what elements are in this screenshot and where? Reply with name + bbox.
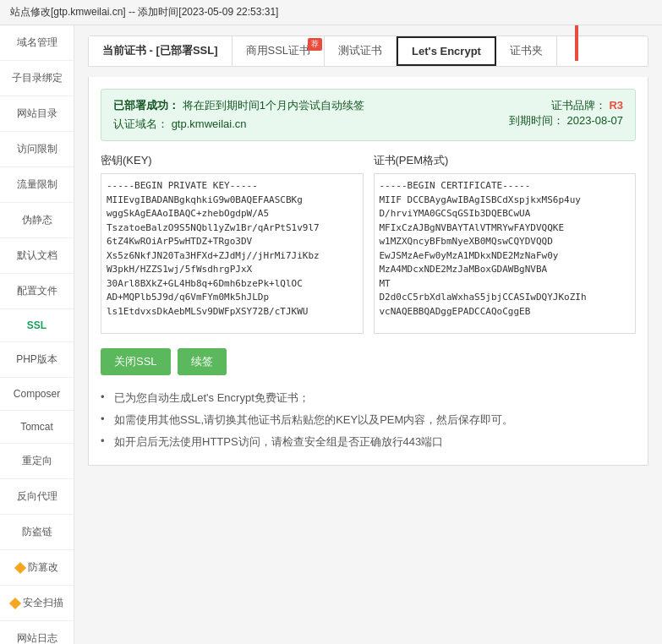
sidebar-item-tomcat[interactable]: Tomcat: [0, 411, 74, 444]
sidebar-item-default-doc[interactable]: 默认文档: [0, 238, 74, 274]
sidebar-label-pseudo: 伪静态: [22, 213, 52, 227]
cert-textarea[interactable]: [374, 173, 637, 334]
sidebar-item-website-log[interactable]: 网站日志: [0, 621, 74, 644]
ssl-domain-label: 认证域名：: [113, 117, 168, 130]
ssl-brand-label: 证书品牌：: [551, 99, 606, 112]
ssl-domain-value: gtp.kmweilai.cn: [172, 117, 247, 130]
diamond-icon-security: [8, 597, 20, 609]
ssl-status-text: 将在距到期时间1个月内尝试自动续签: [183, 99, 364, 112]
close-ssl-button[interactable]: 关闭SSL: [101, 348, 171, 375]
ssl-expiry-line: 到期时间： 2023-08-07: [509, 113, 623, 128]
tab-current-cert[interactable]: 当前证书 - [已部署SSL]: [89, 36, 233, 66]
tab-label-test-cert: 测试证书: [338, 44, 382, 57]
sidebar-label-website-log: 网站日志: [17, 631, 57, 644]
ssl-content-panel: 已部署成功： 将在距到期时间1个月内尝试自动续签 认证域名： gtp.kmwei…: [88, 77, 648, 466]
sidebar-item-proxy[interactable]: 反向代理: [0, 479, 74, 515]
sidebar-label-redirect: 重定向: [22, 454, 52, 468]
cert-section: 证书(PEM格式): [374, 153, 637, 336]
tabs-wrapper: 当前证书 - [已部署SSL] 商用SSL证书 荐 测试证书 Let's Enc…: [88, 35, 648, 67]
sidebar-label-proxy: 反向代理: [17, 489, 57, 504]
sidebar-label-hotlink: 防盗链: [22, 525, 52, 539]
sidebar: 域名管理 子目录绑定 网站目录 访问限制 流量限制 伪静态 默认文档 配置文件 …: [0, 25, 74, 644]
ssl-brand-line: 证书品牌： R3: [509, 98, 623, 113]
sidebar-label-config: 配置文件: [17, 284, 57, 298]
ssl-expiry-label: 到期时间：: [509, 114, 564, 127]
tab-label-current-cert: 当前证书 - [已部署SSL]: [102, 44, 218, 57]
renew-button[interactable]: 续签: [178, 348, 227, 375]
sidebar-label-domain: 域名管理: [17, 35, 57, 50]
ssl-info-right: 证书品牌： R3 到期时间： 2023-08-07: [509, 98, 623, 128]
sidebar-label-default-doc: 默认文档: [17, 248, 57, 263]
sidebar-item-antitamper[interactable]: 防篡改: [0, 550, 74, 586]
notes-list: 已为您自动生成Let's Encrypt免费证书； 如需使用其他SSL,请切换其…: [101, 387, 636, 453]
sidebar-item-access[interactable]: 访问限制: [0, 132, 74, 167]
sidebar-label-security-scan: 安全扫描: [23, 596, 63, 610]
sidebar-label-tomcat: Tomcat: [20, 421, 53, 433]
key-textarea[interactable]: [101, 173, 364, 334]
tab-label-cert-folder: 证书夹: [510, 44, 543, 57]
key-section-label: 密钥(KEY): [101, 153, 364, 168]
tab-test-cert[interactable]: 测试证书: [325, 36, 397, 66]
sidebar-item-flow[interactable]: 流量限制: [0, 167, 74, 203]
action-buttons: 关闭SSL 续签: [101, 348, 636, 375]
tab-commercial-ssl[interactable]: 商用SSL证书 荐: [233, 36, 326, 66]
sidebar-label-php: PHP版本: [16, 352, 57, 367]
ssl-domain-line: 认证域名： gtp.kmweilai.cn: [113, 117, 509, 132]
sidebar-item-website[interactable]: 网站目录: [0, 96, 74, 132]
sidebar-label-antitamper: 防篡改: [28, 560, 58, 575]
key-cert-container: 密钥(KEY) 证书(PEM格式): [101, 153, 636, 336]
sidebar-item-pseudo[interactable]: 伪静态: [0, 203, 74, 238]
sidebar-item-subdomain[interactable]: 子目录绑定: [0, 61, 74, 96]
ssl-status-line: 已部署成功： 将在距到期时间1个月内尝试自动续签: [113, 98, 509, 113]
ssl-info-left: 已部署成功： 将在距到期时间1个月内尝试自动续签 认证域名： gtp.kmwei…: [113, 98, 509, 132]
sidebar-item-hotlink[interactable]: 防盗链: [0, 515, 74, 550]
tab-label-lets-encrypt: Let's Encrypt: [412, 45, 481, 57]
title-text: 站点修改[gtp.kmweilai.cn] -- 添加时间[2023-05-09…: [10, 6, 278, 18]
ssl-expiry-value: 2023-08-07: [567, 114, 624, 127]
sidebar-item-composer[interactable]: Composer: [0, 378, 74, 411]
commercial-ssl-badge: 荐: [308, 38, 322, 51]
tab-cert-folder[interactable]: 证书夹: [496, 36, 557, 66]
diamond-icon-antitamper: [14, 561, 25, 573]
cert-section-label: 证书(PEM格式): [374, 153, 637, 168]
sidebar-item-security-scan[interactable]: 安全扫描: [0, 586, 74, 621]
sidebar-label-ssl: SSL: [27, 319, 47, 331]
ssl-brand-value: R3: [609, 99, 623, 112]
sidebar-item-domain[interactable]: 域名管理: [0, 25, 74, 61]
sidebar-item-redirect[interactable]: 重定向: [0, 444, 74, 479]
sidebar-item-ssl[interactable]: SSL: [0, 309, 74, 342]
sidebar-label-access: 访问限制: [17, 142, 57, 156]
sidebar-label-composer: Composer: [14, 388, 60, 400]
sidebar-label-website: 网站目录: [17, 106, 57, 121]
note-item-1: 已为您自动生成Let's Encrypt免费证书；: [101, 387, 636, 409]
title-bar: 站点修改[gtp.kmweilai.cn] -- 添加时间[2023-05-09…: [0, 0, 662, 25]
note-item-3: 如开启后无法使用HTTPS访问，请检查安全组是否正确放行443端口: [101, 431, 636, 453]
tab-label-commercial-ssl: 商用SSL证书: [246, 44, 311, 57]
sidebar-label-flow: 流量限制: [17, 177, 57, 192]
sidebar-label-subdomain: 子目录绑定: [12, 71, 63, 85]
sidebar-item-php[interactable]: PHP版本: [0, 342, 74, 378]
ssl-status-label: 已部署成功：: [113, 99, 179, 112]
note-item-2: 如需使用其他SSL,请切换其他证书后粘贴您的KEY以及PEM内容，然后保存即可。: [101, 409, 636, 431]
tab-lets-encrypt[interactable]: Let's Encrypt: [397, 36, 496, 66]
key-section: 密钥(KEY): [101, 153, 364, 336]
tab-bar: 当前证书 - [已部署SSL] 商用SSL证书 荐 测试证书 Let's Enc…: [88, 35, 648, 67]
sidebar-item-config[interactable]: 配置文件: [0, 274, 74, 309]
notes-section: 已为您自动生成Let's Encrypt免费证书； 如需使用其他SSL,请切换其…: [101, 387, 636, 453]
ssl-info-section: 已部署成功： 将在距到期时间1个月内尝试自动续签 认证域名： gtp.kmwei…: [101, 89, 636, 141]
main-content: 当前证书 - [已部署SSL] 商用SSL证书 荐 测试证书 Let's Enc…: [74, 25, 662, 644]
